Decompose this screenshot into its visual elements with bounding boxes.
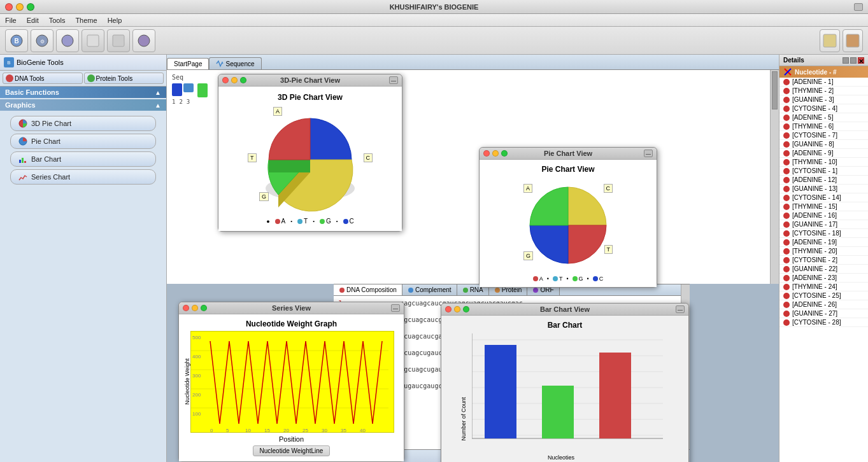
series-titlebar: Series View — (179, 302, 404, 314)
toolbar-btn-4[interactable] (82, 29, 104, 52)
series-chart-button[interactable]: Series Chart (10, 169, 156, 185)
details-item-3: [CYTOSINE - 4] (779, 104, 868, 113)
dna-tools-button[interactable]: DNA Tools (3, 73, 83, 84)
3d-pie-min[interactable] (231, 77, 238, 83)
main-layout: B BioGenie Tools DNA Tools Protein Tools… (0, 55, 868, 462)
details-dot-17 (783, 230, 790, 237)
details-item-1: [THYMINE - 2] (779, 87, 868, 95)
details-text-25: [ADENINE - 26] (792, 301, 837, 308)
bar-window-collapse[interactable]: — (676, 305, 685, 313)
nucleotide-weightline-button[interactable]: Nucleotide WeightLine (253, 445, 331, 456)
main-tab-bar: StartPage Sequence (167, 55, 779, 70)
details-list[interactable]: [ADENINE - 1] [THYMINE - 2] [GUANINE - 3… (779, 78, 868, 462)
details-ctrl-1[interactable] (843, 57, 849, 64)
nucleotide-header-label: Nucleotide - # (795, 69, 837, 76)
pie-window-collapse[interactable]: — (644, 150, 653, 157)
3d-pie-close[interactable] (222, 77, 229, 83)
bar-chart-button[interactable]: Bar Chart (10, 151, 156, 167)
tab-dna-comp-label: DNA Composition (346, 286, 397, 293)
details-text-26: [GUANINE - 27] (792, 310, 837, 317)
svg-text:40: 40 (360, 428, 366, 433)
toolbar-right-btn-2[interactable] (843, 29, 863, 52)
details-text-3: [CYTOSINE - 4] (792, 105, 837, 112)
details-ctrl-2[interactable] (850, 57, 857, 64)
3d-pie-legend: ● A • T • G • C (266, 218, 354, 225)
details-item-26: [GUANINE - 27] (779, 309, 868, 318)
pie-min[interactable] (492, 150, 499, 157)
svg-text:100: 100 (192, 411, 201, 417)
toolbar-btn-2[interactable]: ⚙ (31, 29, 53, 52)
dna-protein-row: DNA Tools Protein Tools (0, 71, 166, 87)
svg-rect-6 (113, 35, 124, 46)
details-text-7: [GUANINE - 8] (792, 141, 834, 148)
comp-icon (408, 287, 414, 293)
menu-help[interactable]: Help (108, 17, 122, 24)
svg-text:20: 20 (283, 428, 289, 433)
toolbar-right-btn-1[interactable] (820, 29, 840, 52)
toolbar-btn-6[interactable] (132, 29, 155, 52)
tab-dna-composition[interactable]: DNA Composition (334, 284, 402, 295)
pie3d-label-c: C (364, 153, 373, 162)
menu-tools[interactable]: Tools (49, 17, 66, 24)
maximize-button[interactable] (27, 3, 34, 11)
svg-point-4 (62, 35, 73, 46)
menu-theme[interactable]: Theme (75, 17, 97, 24)
3d-pie-window-collapse[interactable]: — (389, 76, 398, 84)
bar-close[interactable] (445, 306, 452, 312)
details-text-23: [THYMINE - 24] (792, 283, 837, 290)
svg-rect-9 (846, 34, 859, 47)
minimize-button[interactable] (16, 3, 24, 11)
series-window-collapse[interactable]: — (391, 304, 400, 312)
3d-pie-titlebar: 3D-Pie Chart View — (218, 74, 402, 87)
tab-startpage[interactable]: StartPage (167, 58, 209, 69)
toolbar: B ⚙ (0, 27, 868, 55)
series-y-label: Nucleotide Weight (184, 331, 190, 433)
details-dot-8 (783, 150, 790, 157)
protein-label: Protein Tools (96, 75, 133, 82)
menu-file[interactable]: File (5, 17, 17, 24)
series-max[interactable] (201, 305, 207, 311)
toolbar-btn-3[interactable] (56, 29, 79, 52)
protein-tools-button[interactable]: Protein Tools (84, 73, 164, 84)
bar-max[interactable] (463, 306, 469, 312)
pie-chart-button[interactable]: Pie Chart (10, 134, 156, 149)
pie-window-buttons (483, 150, 508, 157)
details-dot-15 (783, 213, 790, 219)
menu-bar: File Edit Tools Theme Help (0, 14, 868, 27)
details-item-21: [GUANINE - 22] (779, 265, 868, 274)
series-chart-icon (18, 172, 27, 181)
close-button[interactable] (5, 3, 13, 11)
tab-startpage-label: StartPage (174, 60, 202, 67)
details-close[interactable]: ✕ (858, 57, 864, 64)
biogenie-icon: B (4, 57, 14, 67)
graphics-label: Graphics (5, 101, 36, 109)
graphics-section[interactable]: Graphics ▲ (0, 99, 166, 111)
basic-functions-section[interactable]: Basic Functions ▲ (0, 87, 166, 98)
tab-sequence[interactable]: Sequence (209, 57, 261, 69)
details-text-22: [ADENINE - 23] (792, 274, 837, 281)
details-text-21: [GUANINE - 22] (792, 265, 837, 272)
series-close[interactable] (183, 305, 189, 311)
details-item-0: [ADENINE - 1] (779, 78, 868, 87)
tab-complement[interactable]: Complement (402, 284, 457, 295)
svg-rect-5 (87, 35, 99, 46)
3d-pie-max[interactable] (240, 77, 246, 83)
svg-point-7 (138, 35, 150, 46)
toolbar-btn-5[interactable] (107, 29, 130, 52)
3d-pie-chart-button[interactable]: 3D Pie Chart (10, 116, 156, 131)
details-dot-11 (783, 177, 790, 183)
toolbar-btn-1[interactable]: B (5, 29, 28, 52)
series-min[interactable] (192, 305, 198, 311)
menu-edit[interactable]: Edit (27, 17, 39, 24)
basic-functions-label: Basic Functions (5, 88, 59, 96)
toolbar-right (820, 29, 863, 52)
pie-close[interactable] (483, 150, 490, 157)
resize-icon[interactable] (854, 3, 863, 11)
svg-text:500: 500 (192, 335, 201, 340)
pie-max[interactable] (501, 150, 508, 157)
svg-rect-12 (19, 160, 21, 163)
bar-chart-svg: 22 20 18 16 14 6 4 0 (472, 333, 676, 454)
bar-min[interactable] (454, 306, 460, 312)
seq-label: Seq (172, 74, 183, 81)
series-heading: Nucleotide Weight Graph (184, 319, 399, 328)
